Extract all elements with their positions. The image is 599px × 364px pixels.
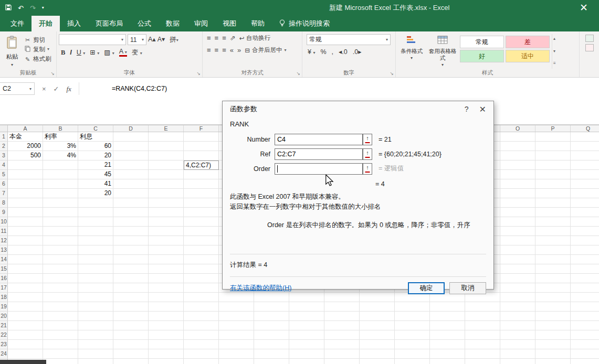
cell-G23[interactable] [219,340,254,349]
cell-F12[interactable] [184,236,219,245]
cell-P2[interactable] [535,142,571,151]
cell-B9[interactable] [43,208,78,217]
cell-A16[interactable] [8,274,43,283]
percent-style-icon[interactable]: % [320,49,326,56]
column-header-A[interactable]: A [8,125,43,132]
cell-Q16[interactable] [571,274,599,283]
cell-D5[interactable] [113,170,149,179]
cell-D14[interactable] [113,255,149,264]
dialog-help-button[interactable]: ? [459,105,474,113]
cell-G21[interactable] [219,321,254,330]
cell-B18[interactable] [43,293,78,302]
argument-input-Order[interactable] [275,163,363,175]
cell-P23[interactable] [535,340,571,349]
cell-E1[interactable] [149,132,184,142]
cell-O25[interactable] [500,359,535,364]
cell-A5[interactable] [8,170,43,179]
tab-帮助[interactable]: 帮助 [244,16,272,31]
orientation-icon[interactable]: ⇗ [230,35,236,41]
dialog-title-bar[interactable]: 函数参数 ? ✕ [223,101,493,117]
cell-P20[interactable] [535,312,571,321]
row-header-19[interactable]: 19 [0,302,8,312]
cell-B4[interactable] [43,160,78,170]
cell-A4[interactable] [8,160,43,170]
row-header-1[interactable]: 1 [0,132,8,142]
row-header-14[interactable]: 14 [0,255,8,264]
cell-B21[interactable] [43,321,78,330]
row-header-17[interactable]: 17 [0,283,8,293]
cell-B5[interactable] [43,170,78,179]
cell-G25[interactable] [219,359,254,364]
cell-D1[interactable] [113,132,149,142]
cell-K19[interactable] [360,302,395,312]
cell-B24[interactable] [43,349,78,359]
cell-E22[interactable] [149,330,184,340]
align-center-icon[interactable]: ≡ [215,47,219,53]
cell-L23[interactable] [395,340,430,349]
cell-C17[interactable] [78,283,113,293]
cell-B6[interactable] [43,179,78,189]
paste-dropdown-icon[interactable]: ▾ [11,62,13,67]
cell-E24[interactable] [149,349,184,359]
cell-D9[interactable] [113,208,149,217]
cell-C21[interactable] [78,321,113,330]
cell-K20[interactable] [360,312,395,321]
row-header-4[interactable]: 4 [0,160,8,170]
cell-P22[interactable] [535,330,571,340]
cell-F25[interactable] [184,359,219,364]
cancel-button[interactable]: 取消 [449,282,486,294]
cell-P18[interactable] [535,293,571,302]
cell-G20[interactable] [219,312,254,321]
cell-K22[interactable] [360,330,395,340]
number-format-combo[interactable]: 常规 ▾ [307,34,391,45]
cell-N24[interactable] [465,349,500,359]
row-header-21[interactable]: 21 [0,321,8,330]
cell-B7[interactable] [43,189,78,198]
cell-J19[interactable] [324,302,360,312]
row-header-3[interactable]: 3 [0,151,8,160]
cell-L20[interactable] [395,312,430,321]
cell-A14[interactable] [8,255,43,264]
cell-A15[interactable] [8,264,43,274]
cell-D8[interactable] [113,198,149,208]
undo-icon[interactable]: ↶ [18,5,24,12]
cell-E21[interactable] [149,321,184,330]
format-as-table-dropdown-icon[interactable]: ▾ [442,62,444,67]
align-right-icon[interactable]: ≡ [222,47,226,53]
cell-Q6[interactable] [571,179,599,189]
cell-K24[interactable] [360,349,395,359]
cell-Q18[interactable] [571,293,599,302]
cell-C10[interactable] [78,217,113,227]
cell-D11[interactable] [113,227,149,236]
clipboard-dialog-launcher-icon[interactable]: ↘ [50,71,55,76]
cell-Q25[interactable] [571,359,599,364]
row-header-8[interactable]: 8 [0,198,8,208]
cell-B23[interactable] [43,340,78,349]
cell-O9[interactable] [500,208,535,217]
row-header-11[interactable]: 11 [0,227,8,236]
cell-B25[interactable] [43,359,78,364]
cell-E14[interactable] [149,255,184,264]
cell-Q3[interactable] [571,151,599,160]
name-box-dropdown-icon[interactable]: ▾ [29,87,31,91]
row-header-6[interactable]: 6 [0,179,8,189]
increase-font-icon[interactable]: A▴ [148,36,156,43]
cell-L19[interactable] [395,302,430,312]
cell-H25[interactable] [254,359,289,364]
gallery-up-icon[interactable]: ▴ [553,36,556,41]
cell-D10[interactable] [113,217,149,227]
cell-O7[interactable] [500,189,535,198]
tell-me-search[interactable]: 操作说明搜索 [272,16,337,31]
decrease-indent-icon[interactable]: « [230,47,234,53]
cell-C19[interactable] [78,302,113,312]
cell-M22[interactable] [430,330,465,340]
cell-F18[interactable] [184,293,219,302]
cell-C15[interactable] [78,264,113,274]
cell-E18[interactable] [149,293,184,302]
cell-C18[interactable] [78,293,113,302]
column-header-O[interactable]: O [500,125,535,132]
cancel-entry-icon[interactable]: × [42,85,46,92]
cell-L24[interactable] [395,349,430,359]
cell-A20[interactable] [8,312,43,321]
confirm-entry-icon[interactable]: ✓ [54,85,59,92]
